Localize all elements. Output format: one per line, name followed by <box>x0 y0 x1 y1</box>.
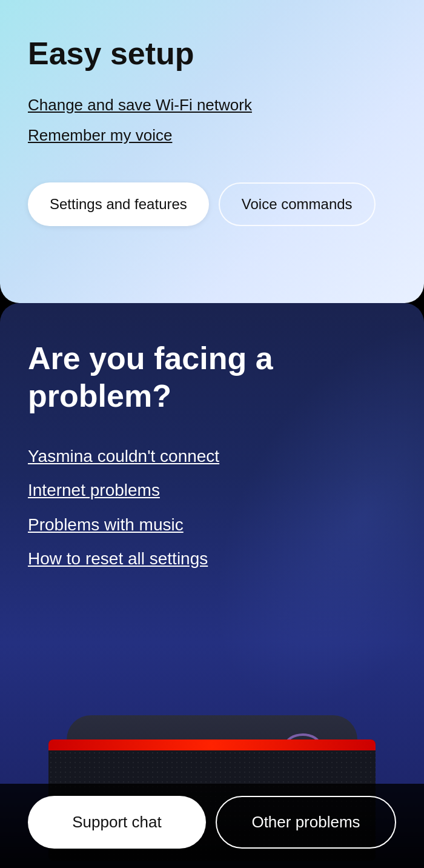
problem-links: Yasmina couldn't connect Internet proble… <box>28 446 396 570</box>
top-links: Change and save Wi-Fi network Remember m… <box>28 95 396 146</box>
voice-commands-button[interactable]: Voice commands <box>219 182 376 226</box>
voice-link[interactable]: Remember my voice <box>28 125 396 146</box>
connect-problem-link[interactable]: Yasmina couldn't connect <box>28 446 396 467</box>
page-title: Easy setup <box>28 36 396 71</box>
support-chat-button[interactable]: Support chat <box>28 796 206 849</box>
internet-problem-link[interactable]: Internet problems <box>28 479 396 501</box>
music-problem-link[interactable]: Problems with music <box>28 514 396 536</box>
bottom-bar: Support chat Other problems <box>0 784 424 868</box>
other-problems-button[interactable]: Other problems <box>216 796 396 849</box>
reset-problem-link[interactable]: How to reset all settings <box>28 548 396 570</box>
top-section: Easy setup Change and save Wi-Fi network… <box>0 0 424 303</box>
settings-features-button[interactable]: Settings and features <box>28 182 209 226</box>
top-buttons: Settings and features Voice commands <box>28 182 396 226</box>
wifi-link[interactable]: Change and save Wi-Fi network <box>28 95 396 116</box>
red-accent-band <box>48 739 376 750</box>
problem-title: Are you facing a problem? <box>28 339 396 415</box>
